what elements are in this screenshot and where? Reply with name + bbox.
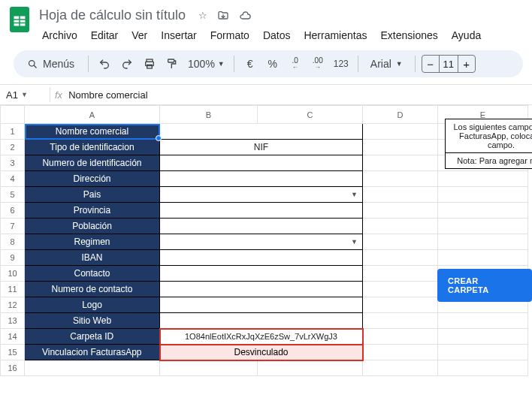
cell-B7[interactable] <box>160 219 363 234</box>
row-header[interactable]: 5 <box>1 187 25 203</box>
cell-B12[interactable] <box>160 297 363 313</box>
info-note-line2: Nota: Para agregar más <box>446 153 532 168</box>
search-menus[interactable]: Menús <box>20 53 82 74</box>
cell-A3[interactable]: Numero de identificación <box>25 155 160 171</box>
cell-B11[interactable] <box>160 282 363 297</box>
increase-decimal-icon[interactable]: .00→ <box>308 53 328 74</box>
cell-B3[interactable] <box>160 155 363 171</box>
menu-view[interactable]: Ver <box>125 26 153 44</box>
row-header[interactable]: 15 <box>1 345 25 360</box>
row-header[interactable]: 16 <box>1 360 25 376</box>
move-icon[interactable] <box>217 10 231 22</box>
cell-A12[interactable]: Logo <box>25 297 160 313</box>
col-header-D[interactable]: D <box>363 106 438 124</box>
cell-B5-dropdown[interactable] <box>160 187 363 203</box>
doc-title[interactable]: Hoja de cálculo sin título <box>36 6 189 25</box>
cell-B15[interactable]: Desvinculado <box>160 345 363 360</box>
svg-rect-11 <box>168 59 174 62</box>
cell-A11[interactable]: Numero de contacto <box>25 282 160 297</box>
redo-icon[interactable] <box>117 53 137 74</box>
format-currency[interactable]: € <box>240 53 260 74</box>
row-header[interactable]: 7 <box>1 219 25 234</box>
row-header[interactable]: 8 <box>1 234 25 250</box>
cell-A6[interactable]: Provincia <box>25 203 160 219</box>
cell-B6[interactable] <box>160 203 363 219</box>
cell-A15[interactable]: Vinculacion FacturasApp <box>25 345 160 360</box>
svg-line-7 <box>34 65 36 68</box>
cell-A14[interactable]: Carpeta ID <box>25 329 160 345</box>
menu-edit[interactable]: Editar <box>85 26 125 44</box>
cell-B8-dropdown[interactable] <box>160 234 363 250</box>
cloud-status-icon[interactable] <box>238 10 252 22</box>
sheets-logo-icon <box>9 6 30 33</box>
format-percent[interactable]: % <box>263 53 283 74</box>
cell-B2[interactable]: NIF <box>160 140 363 155</box>
row-header[interactable]: 14 <box>1 329 25 345</box>
row-header[interactable]: 11 <box>1 282 25 297</box>
info-note-box: Los siguientes campos de FacturasApp, co… <box>445 119 532 169</box>
decrease-decimal-icon[interactable]: .0← <box>286 53 305 74</box>
crear-carpeta-button[interactable]: CREAR CARPETA <box>437 269 532 302</box>
name-box[interactable]: A1 ▼ <box>0 89 45 101</box>
cell-A13[interactable]: Sitio Web <box>25 313 160 329</box>
row-header[interactable]: 4 <box>1 171 25 187</box>
font-size-decrease[interactable]: − <box>422 58 439 71</box>
cell-A1[interactable]: Nombre comercial <box>25 124 160 140</box>
cell-B1[interactable] <box>160 124 363 140</box>
cell-A5[interactable]: Pais <box>25 187 160 203</box>
chevron-down-icon: ▼ <box>21 91 28 98</box>
row-header[interactable]: 1 <box>1 124 25 140</box>
row-header[interactable]: 9 <box>1 250 25 266</box>
cell-A9[interactable]: IBAN <box>25 250 160 266</box>
menu-file[interactable]: Archivo <box>36 26 83 44</box>
font-size-control: − 11 + <box>422 55 476 73</box>
font-size-increase[interactable]: + <box>458 58 475 71</box>
svg-point-6 <box>29 60 35 66</box>
cell-B14[interactable]: 1O84nlEotIXcRxJqXzE6zSw_7vLrXWgJ3 <box>160 329 363 345</box>
formula-input[interactable]: Nombre comercial <box>68 89 147 101</box>
cell-B9[interactable] <box>160 250 363 266</box>
cell-A8[interactable]: Regimen <box>25 234 160 250</box>
col-header-B[interactable]: B <box>160 106 258 124</box>
row-header[interactable]: 6 <box>1 203 25 219</box>
col-header-A[interactable]: A <box>25 106 160 124</box>
select-all-corner[interactable] <box>1 106 25 124</box>
row-header[interactable]: 10 <box>1 266 25 282</box>
cell-D1[interactable] <box>363 124 438 140</box>
cell-B4[interactable] <box>160 171 363 187</box>
row-header[interactable]: 2 <box>1 140 25 155</box>
menu-data[interactable]: Datos <box>257 26 297 44</box>
paint-format-icon[interactable] <box>162 53 182 74</box>
cell-A4[interactable]: Dirección <box>25 171 160 187</box>
font-size-value[interactable]: 11 <box>439 56 458 72</box>
menu-extensions[interactable]: Extensiones <box>374 26 443 44</box>
col-header-C[interactable]: C <box>258 106 363 124</box>
star-icon[interactable]: ☆ <box>196 10 210 21</box>
row-header[interactable]: 3 <box>1 155 25 171</box>
fx-icon: fx <box>55 89 62 101</box>
cell-A10[interactable]: Contacto <box>25 266 160 282</box>
cell-B13[interactable] <box>160 313 363 329</box>
info-note-line1: Los siguientes campos de FacturasApp, co… <box>446 119 532 153</box>
menu-tools[interactable]: Herramientas <box>298 26 373 44</box>
menu-help[interactable]: Ayuda <box>446 26 487 44</box>
search-menus-label: Menús <box>43 58 74 70</box>
menu-insert[interactable]: Insertar <box>155 26 202 44</box>
menubar: Archivo Editar Ver Insertar Formato Dato… <box>36 26 523 44</box>
menu-format[interactable]: Formato <box>204 26 255 44</box>
print-icon[interactable] <box>140 53 159 74</box>
zoom-select[interactable]: 100%▼ <box>185 53 228 74</box>
cell-B10[interactable] <box>160 266 363 282</box>
cell-A7[interactable]: Población <box>25 219 160 234</box>
font-family-select[interactable]: Arial▼ <box>364 53 409 74</box>
more-formats[interactable]: 123 <box>331 53 352 74</box>
cell-A16[interactable] <box>25 360 160 376</box>
row-header[interactable]: 13 <box>1 313 25 329</box>
undo-icon[interactable] <box>95 53 114 74</box>
cell-A2[interactable]: Tipo de identificacion <box>25 140 160 155</box>
row-header[interactable]: 12 <box>1 297 25 313</box>
